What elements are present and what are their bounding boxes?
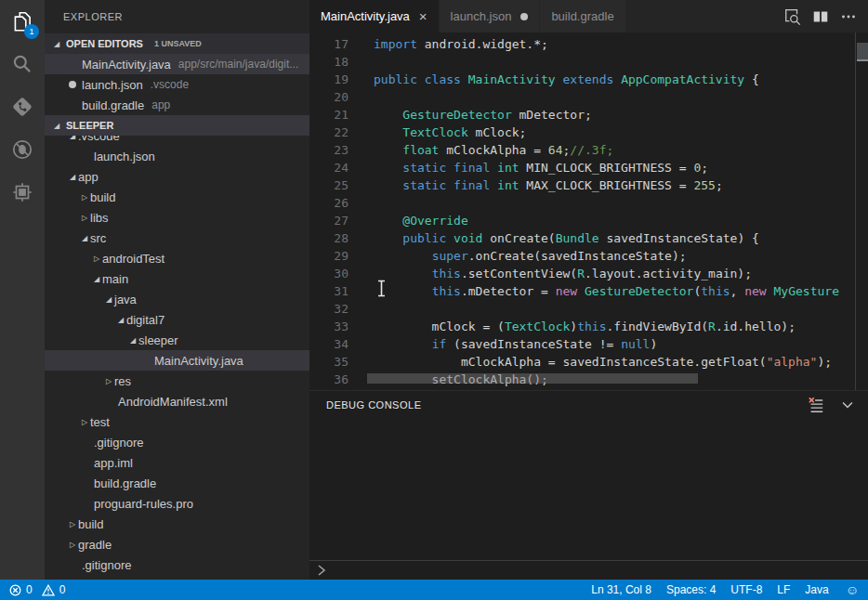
debug-console-input[interactable] xyxy=(309,560,868,580)
debug-console-panel: DEBUG CONSOLE xyxy=(309,390,868,580)
clear-console-button[interactable] xyxy=(807,396,825,414)
tree-item-androidtest[interactable]: ▷androidTest xyxy=(45,248,309,268)
split-editor-button[interactable] xyxy=(810,7,831,27)
code-line[interactable]: 21 GestureDetector mDetector; xyxy=(309,106,868,124)
code-line[interactable]: 20 xyxy=(309,88,868,106)
tree-item-vscode[interactable]: ◢.vscode xyxy=(45,136,309,146)
file-path: app xyxy=(151,98,309,111)
open-editor-item-launch-json[interactable]: launch.json.vscode xyxy=(45,74,309,95)
code-text: static final int MIN_CLOCK_BRIGHTNESS = … xyxy=(349,159,708,176)
feedback-smiley-icon[interactable]: ☺ xyxy=(836,582,868,597)
panel-title: DEBUG CONSOLE xyxy=(326,399,421,411)
extensions-activity-button[interactable] xyxy=(0,171,45,214)
tab-mainactivity-java[interactable]: MainActivity.java× xyxy=(309,0,440,33)
tree-item-java[interactable]: ◢java xyxy=(45,289,309,309)
tree-item-label: MainActivity.java xyxy=(154,354,243,368)
editor-group: MainActivity.java×launch.jsonbuild.gradl… xyxy=(309,0,868,580)
code-line[interactable]: 29 super.onCreate(savedInstanceState); xyxy=(309,247,868,265)
tree-item-mainactivity-java[interactable]: MainActivity.java xyxy=(45,350,309,371)
code-line[interactable]: 30 this.setContentView(R.layout.activity… xyxy=(309,265,868,282)
chevron-collapsed-icon: ▷ xyxy=(70,520,78,528)
code-line[interactable]: 18 xyxy=(309,53,868,71)
tree-item-test[interactable]: ▷test xyxy=(45,411,309,432)
tree-item-build[interactable]: ▷build xyxy=(45,187,309,207)
tree-item-build-gradle[interactable]: build.gradle xyxy=(45,473,309,493)
code-line[interactable]: 24 static final int MIN_CLOCK_BRIGHTNESS… xyxy=(309,159,868,176)
tree-item-gradle[interactable]: ▷gradle xyxy=(45,534,309,554)
project-section-header[interactable]: ◢ SLEEPER xyxy=(45,115,309,136)
code-editor[interactable]: 17import android.widget.*;1819public cla… xyxy=(309,33,868,390)
code-text: this.mDetector = new GestureDetector(thi… xyxy=(349,282,839,300)
open-files-badge: 1 xyxy=(24,24,39,39)
debug-icon xyxy=(10,137,34,162)
code-line[interactable]: 19public class MainActivity extends AppC… xyxy=(309,71,868,88)
close-icon[interactable]: × xyxy=(419,9,427,23)
tree-item-launch-json[interactable]: launch.json xyxy=(45,146,309,166)
code-text: static final int MAX_CLOCK_BRIGHTNESS = … xyxy=(349,176,723,194)
scrollbar-thumb[interactable] xyxy=(857,43,868,59)
unsaved-count-badge: 1 UNSAVED xyxy=(154,39,202,48)
tree-item-sleeper[interactable]: ◢sleeper xyxy=(45,330,309,350)
problems-status[interactable]: 0 0 xyxy=(0,583,65,596)
open-preview-button[interactable] xyxy=(783,7,803,27)
code-line[interactable]: 35 mClockAlpha = savedInstanceState.getF… xyxy=(309,353,868,371)
git-icon xyxy=(10,95,34,119)
tree-item-libs[interactable]: ▷libs xyxy=(45,207,309,228)
status-item-lf[interactable]: LF xyxy=(769,580,797,600)
explorer-activity-button[interactable]: 1 xyxy=(0,0,45,43)
panel-actions xyxy=(807,396,857,414)
tree-item-res[interactable]: ▷res xyxy=(45,371,309,391)
status-item-ln-31-col-8[interactable]: Ln 31, Col 8 xyxy=(584,580,659,600)
code-line[interactable]: 26 xyxy=(309,194,868,212)
open-editors-header[interactable]: ◢ OPEN EDITORS 1 UNSAVED xyxy=(45,33,309,54)
file-path: app/src/main/java/digit... xyxy=(178,58,309,71)
code-line[interactable]: 34 if (savedInstanceState != null) xyxy=(309,335,868,353)
ellipsis-icon xyxy=(839,7,858,26)
open-editor-item-mainactivity-java[interactable]: MainActivity.javaapp/src/main/java/digit… xyxy=(45,54,309,74)
tree-item-app[interactable]: ◢app xyxy=(45,166,309,187)
tree-item-app-iml[interactable]: app.iml xyxy=(45,452,309,473)
tab-build-gradle[interactable]: build.gradle xyxy=(540,0,625,33)
tree-item-src[interactable]: ◢src xyxy=(45,228,309,248)
more-actions-button[interactable] xyxy=(838,7,859,27)
tree-item-label: src xyxy=(90,231,106,245)
close-panel-button[interactable] xyxy=(838,396,857,414)
debug-activity-button[interactable] xyxy=(0,128,45,171)
panel-header[interactable]: DEBUG CONSOLE xyxy=(309,391,868,419)
code-line[interactable]: 22 TextClock mClock; xyxy=(309,124,868,141)
warning-count: 0 xyxy=(59,583,66,596)
status-item-spaces-4[interactable]: Spaces: 4 xyxy=(659,580,723,600)
console-prompt-icon xyxy=(317,564,326,577)
code-text: if (savedInstanceState != null) xyxy=(349,335,657,353)
tree-item-digital7[interactable]: ◢digital7 xyxy=(45,309,309,330)
code-line[interactable]: 25 static final int MAX_CLOCK_BRIGHTNESS… xyxy=(309,176,868,194)
chevron-expanded-icon: ◢ xyxy=(94,275,102,283)
vertical-scrollbar[interactable] xyxy=(855,33,868,390)
code-line[interactable]: 28 public void onCreate(Bundle savedInst… xyxy=(309,229,868,247)
status-bar: 0 0 Ln 31, Col 8Spaces: 4UTF-8LFJava☺ xyxy=(0,580,868,600)
tree-item-proguard-rules-pro[interactable]: proguard-rules.pro xyxy=(45,493,309,514)
code-line[interactable]: 27 @Override xyxy=(309,212,868,229)
status-item-java[interactable]: Java xyxy=(797,580,835,600)
tree-item-main[interactable]: ◢main xyxy=(45,268,309,289)
tab-launch-json[interactable]: launch.json xyxy=(440,0,541,33)
tab-label: MainActivity.java xyxy=(321,9,410,23)
code-line[interactable]: 33 mClock = (TextClock)this.findViewById… xyxy=(309,318,868,335)
horizontal-scrollbar[interactable] xyxy=(367,373,698,384)
code-line[interactable]: 23 float mClockAlpha = 64;//.3f; xyxy=(309,141,868,159)
tree-item-gitignore[interactable]: .gitignore xyxy=(45,432,309,452)
search-activity-button[interactable] xyxy=(0,43,45,85)
modified-dot xyxy=(69,60,76,68)
tree-item-gitignore[interactable]: .gitignore xyxy=(45,554,309,575)
open-editor-item-build-gradle[interactable]: build.gradleapp xyxy=(45,95,309,115)
code-line[interactable]: 31 this.mDetector = new GestureDetector(… xyxy=(309,282,868,300)
code-line[interactable]: 32 xyxy=(309,300,868,318)
chevron-collapsed-icon: ▷ xyxy=(82,418,90,426)
source-control-activity-button[interactable] xyxy=(0,85,45,128)
tree-item-androidmanifest-xml[interactable]: AndroidManifest.xml xyxy=(45,391,309,411)
line-number: 30 xyxy=(309,265,349,282)
tree-item-build[interactable]: ▷build xyxy=(45,514,309,534)
extensions-icon xyxy=(10,180,34,204)
code-line[interactable]: 17import android.widget.*; xyxy=(309,35,868,53)
status-item-utf-8[interactable]: UTF-8 xyxy=(723,580,769,600)
